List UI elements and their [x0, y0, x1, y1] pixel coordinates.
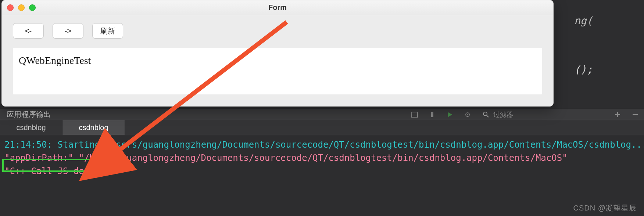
- svg-rect-1: [431, 112, 433, 117]
- window-titlebar[interactable]: Form: [2, 0, 553, 15]
- bg-code-line-2: ();: [574, 64, 644, 76]
- traffic-lights: [2, 0, 36, 15]
- gear-icon[interactable]: [462, 111, 473, 119]
- filter-search[interactable]: 过滤器: [482, 110, 513, 119]
- output-panel-header: 应用程序输出 过滤器: [0, 109, 644, 120]
- tool-icon-1[interactable]: [409, 111, 420, 119]
- console-timestamp: 21:14:50:: [4, 140, 52, 150]
- search-icon: [482, 111, 490, 118]
- tab-csdnblog-1[interactable]: csdnblog: [0, 120, 62, 135]
- webview-area[interactable]: QWebEngineTest: [13, 48, 542, 94]
- plus-icon[interactable]: [612, 111, 623, 119]
- bg-code-line-1: ng(: [574, 15, 644, 27]
- svg-marker-2: [448, 112, 452, 117]
- background-code: ng( ();: [552, 0, 644, 73]
- output-panel-title: 应用程序输出: [7, 109, 51, 119]
- svg-point-4: [467, 114, 468, 115]
- maximize-icon[interactable]: [29, 4, 36, 11]
- output-tabs: csdnblog csdnblog: [0, 120, 644, 135]
- console-line-3: "C++ Call JS demo": [4, 166, 100, 176]
- back-button[interactable]: <-: [13, 23, 44, 39]
- minus-icon[interactable]: [630, 111, 640, 119]
- tool-icon-3[interactable]: [445, 111, 455, 119]
- form-window: Form <- -> 刷新 QWebEngineTest: [1, 0, 554, 107]
- svg-line-6: [487, 115, 489, 117]
- tool-icon-2[interactable]: [427, 111, 437, 119]
- minimize-icon[interactable]: [18, 4, 25, 11]
- window-title: Form: [2, 3, 553, 12]
- svg-point-5: [483, 112, 487, 116]
- console-line-1: Starting /Users/guanglongzheng/Documents…: [52, 140, 644, 150]
- filter-label: 过滤器: [493, 110, 513, 119]
- svg-rect-0: [412, 112, 418, 117]
- tab-csdnblog-2[interactable]: csdnblog: [62, 120, 125, 135]
- refresh-button[interactable]: 刷新: [92, 23, 123, 39]
- close-icon[interactable]: [7, 4, 14, 11]
- window-body: <- -> 刷新 QWebEngineTest: [2, 15, 553, 102]
- forward-button[interactable]: ->: [53, 23, 83, 39]
- console-line-2: "appDirPath:" "/Users/guanglongzheng/Doc…: [4, 153, 568, 163]
- webview-content: QWebEngineTest: [19, 55, 91, 66]
- toolbar-row: <- -> 刷新: [13, 23, 542, 39]
- console-output[interactable]: 21:14:50: Starting /Users/guanglongzheng…: [0, 135, 644, 216]
